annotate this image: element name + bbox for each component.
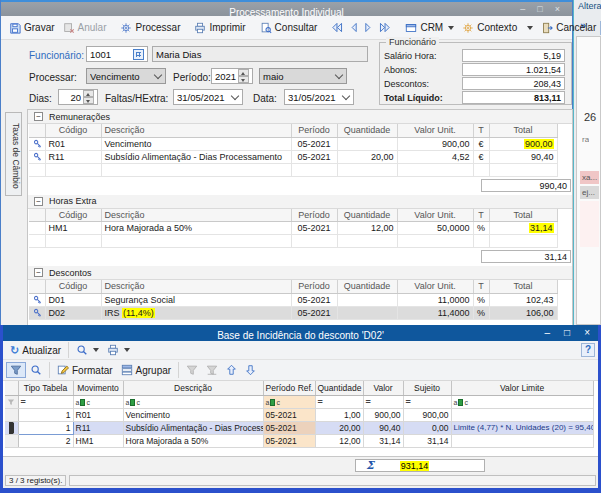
dialog-help-button[interactable]: ?	[581, 343, 595, 357]
col-periodo-ref[interactable]: Período Ref.	[263, 381, 315, 395]
background-fragment: ra	[582, 135, 589, 144]
group-header-descontos[interactable]: − Descontos	[28, 266, 572, 280]
equals-filter-icon: =	[406, 397, 411, 407]
table-row-r11[interactable]: R11 Subsídio Alimentação - Dias Processa…	[29, 150, 557, 163]
spin-up-icon[interactable]	[83, 90, 94, 97]
col-codigo: Código	[45, 280, 101, 293]
periodo-month-select[interactable]: maio	[259, 68, 347, 84]
spinner-arrows[interactable]	[83, 90, 94, 104]
atualizar-button[interactable]: ↻ Atualizar	[6, 343, 65, 358]
dias-stepper[interactable]: 20	[58, 89, 98, 105]
anular-button[interactable]: Anular	[59, 20, 111, 36]
spin-up-icon[interactable]	[238, 69, 249, 76]
search-menu-button[interactable]	[72, 342, 103, 358]
contexto-button[interactable]: Contexto	[458, 20, 521, 36]
col-valor-limite[interactable]: Valor Limite	[451, 381, 593, 395]
dialog-window-controls: – □ ×	[545, 325, 590, 341]
horas-extra-table: Código Descrição Período Quantidade Valo…	[29, 209, 558, 249]
close-icon[interactable]: ×	[584, 325, 590, 341]
faltas-label: Faltas/HExtra:	[105, 93, 168, 104]
dialog-toolbar-top: ↻ Atualizar ?	[3, 341, 598, 360]
first-record-button[interactable]	[327, 20, 346, 35]
focused-cell[interactable]: 1	[18, 421, 73, 434]
dialog-grid: Tipo Tabela Movimento Descrição Período …	[3, 381, 598, 456]
maximize-icon[interactable]: □	[537, 2, 542, 16]
dialog-title-bar: Base de Incidência do desconto 'D02' – □…	[3, 325, 598, 341]
minimize-icon[interactable]: –	[520, 2, 525, 16]
grid-header-row: Código Descrição Período Quantidade Valo…	[29, 124, 557, 137]
lookup-icon[interactable]	[133, 49, 144, 60]
col-descricao[interactable]: Descrição	[123, 381, 263, 395]
move-down-button[interactable]	[241, 362, 260, 378]
last-record-button[interactable]	[376, 20, 395, 35]
exit-door-icon	[541, 22, 553, 34]
grid-header-row: Código Descrição Período Quantidade Valo…	[29, 209, 557, 222]
crm-menu-button[interactable]: CRM	[401, 20, 458, 36]
col-total: Total	[489, 280, 557, 293]
data-date-select[interactable]: 31/05/2021	[284, 89, 354, 105]
col-descricao: Descrição	[101, 280, 291, 293]
maximize-icon[interactable]: □	[564, 325, 570, 341]
col-valor-unit: Valor Unit.	[397, 209, 473, 222]
search-button[interactable]	[26, 362, 46, 378]
move-up-button[interactable]	[222, 362, 241, 378]
search-icon	[76, 344, 88, 356]
table-row-hm1[interactable]: HM1 Hora Majorada a 50% 05-2021 12,00 50…	[29, 222, 557, 235]
printer-icon	[107, 344, 119, 356]
funcionario-code-field[interactable]: 1001	[86, 46, 148, 62]
group-header-remuneracoes[interactable]: − Remunerações	[28, 110, 572, 124]
close-icon[interactable]: ×	[555, 2, 560, 16]
consultar-button[interactable]: Consultar	[256, 20, 322, 36]
periodo-year-stepper[interactable]: 2021	[211, 68, 253, 84]
processar-select[interactable]: Vencimento	[86, 68, 166, 84]
dialog-toolbar-grid: Formatar Agrupar	[3, 360, 598, 381]
spinner-arrows[interactable]	[238, 69, 249, 83]
empty-row[interactable]	[29, 235, 557, 248]
content-panel: − Remunerações Código Descrição Período …	[27, 109, 573, 330]
collapse-icon[interactable]: −	[34, 197, 43, 206]
collapse-icon[interactable]: −	[34, 112, 43, 121]
horas-extra-subtotal: 31,14	[481, 250, 571, 263]
contains-filter-icon	[126, 399, 140, 406]
chevron-down-icon	[124, 348, 130, 352]
previous-record-button[interactable]	[346, 20, 361, 35]
imprimir-button[interactable]: Imprimir	[190, 20, 249, 36]
collapse-icon[interactable]: −	[34, 268, 43, 277]
table-row-r01[interactable]: R01 Vencimento 05-2021 900,00 € 900,00	[29, 137, 557, 150]
main-window: Processamento Individual – □ × Gravar An…	[0, 0, 573, 332]
dialog-row-r11-selected[interactable]: 1 R11 Subsídio Alimentação - Dias Proces…	[5, 421, 593, 434]
col-sujeito[interactable]: Sujeito	[403, 381, 451, 395]
spin-down-icon[interactable]	[238, 76, 249, 83]
dialog-row-r01[interactable]: 1 R01 Vencimento 05-2021 1,00 900,00 900…	[5, 408, 593, 421]
col-t: T	[473, 280, 489, 293]
filter-button-active[interactable]	[6, 362, 26, 378]
col-movimento[interactable]: Movimento	[73, 381, 123, 395]
gravar-button[interactable]: Gravar	[5, 20, 59, 36]
group-header-horas-extra[interactable]: − Horas Extra	[28, 195, 572, 209]
faltas-date-select[interactable]: 31/05/2021	[173, 89, 243, 105]
filter-clear-disabled-button[interactable]	[202, 362, 222, 378]
col-quantidade[interactable]: Quantidade	[315, 381, 363, 395]
cancelar-button[interactable]: Cancelar	[537, 20, 600, 36]
minimize-icon[interactable]: –	[545, 325, 551, 341]
agrupar-button[interactable]: Agrupar	[117, 362, 176, 378]
tab-taxas-de-cambio[interactable]: Taxas de Câmbio	[5, 112, 22, 196]
spin-down-icon[interactable]	[83, 97, 94, 104]
background-fragment-pink: xa...	[580, 171, 599, 184]
dialog-row-hm1[interactable]: 2 HM1 Hora Majorada a 50% 05-2021 12,00 …	[5, 434, 593, 447]
gear-icon	[462, 22, 474, 34]
next-record-button[interactable]	[361, 20, 376, 35]
table-row-d02[interactable]: D02 IRS (11,4%) 05-2021 11,4000 % 106,00	[29, 306, 557, 319]
empty-row[interactable]	[29, 163, 557, 176]
dialog-base-incidencia: Base de Incidência do desconto 'D02' – □…	[0, 325, 601, 493]
print-menu-button[interactable]	[103, 342, 134, 358]
table-row-d01[interactable]: D01 Segurança Social 05-2021 11,0000 % 1…	[29, 293, 557, 306]
col-valor[interactable]: Valor	[363, 381, 403, 395]
contexto-dropdown-button[interactable]	[521, 24, 537, 32]
col-total: Total	[489, 124, 557, 137]
formatar-button[interactable]: Formatar	[53, 362, 117, 378]
chevron-down-icon	[448, 26, 454, 30]
processar-button[interactable]: Processar	[116, 20, 184, 36]
filter-disabled-button[interactable]	[182, 362, 202, 378]
col-tipo-tabela[interactable]: Tipo Tabela	[18, 381, 73, 395]
